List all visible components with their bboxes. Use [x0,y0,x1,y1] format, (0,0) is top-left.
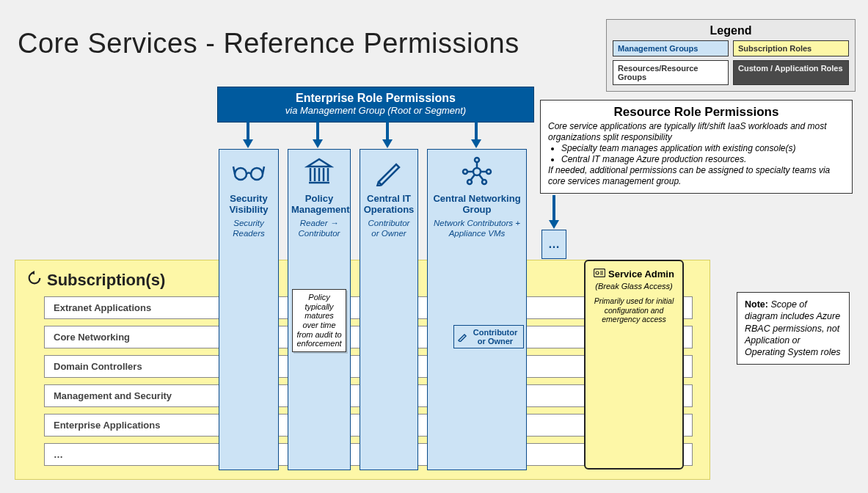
resource-role-bullet: Specialty team manages application with … [561,143,845,154]
subscription-row-label: … [54,449,63,460]
role-col-ellipsis: … [541,230,566,259]
service-admin-subtitle: (Break Glass Access) [590,282,678,291]
subscription-row-label: Extranet Applications [54,302,151,313]
page-title: Core Services - Reference Permissions [18,28,519,59]
svg-point-5 [463,169,467,174]
resource-role-box: Resource Role Permissions Core service a… [540,100,853,194]
svg-point-2 [473,168,481,175]
resource-role-bullet: Central IT manage Azure production resou… [561,154,845,165]
svg-point-9 [596,271,599,274]
role-col-subtitle: Network Contributors + Appliance VMs [428,216,526,239]
arrow-stem [247,122,249,139]
role-col-title: Security Visibility [219,194,278,216]
role-col-subtitle: Contributor or Owner [360,216,417,239]
refresh-icon [26,270,43,291]
arrow-down-icon [382,139,393,148]
service-admin-box: Service Admin (Break Glass Access) Prima… [584,260,684,470]
legend-item-custom-roles: Custom / Application Roles [733,60,849,85]
subscription-row-label: Management and Security [54,390,172,401]
enterprise-role-bar: Enterprise Role Permissions via Manageme… [217,87,534,123]
svg-point-0 [235,168,247,180]
role-col-subtitle: Reader → Contributor [288,216,350,239]
role-col-security: Security Visibility Security Readers [219,149,279,470]
resource-role-intro: Core service applications are typically … [548,121,845,143]
svg-point-4 [486,169,491,174]
subscription-row-label: Core Networking [54,332,130,343]
arrow-down-icon [313,139,323,148]
contributor-badge-text: Contributor or Owner [470,328,520,346]
legend-item-resources: Resources/Resource Groups [613,60,729,85]
network-icon [428,150,526,194]
subscription-row-label: Enterprise Applications [54,420,160,431]
building-icon [288,150,350,194]
arrow-stem [475,122,478,139]
subscription-row-label: Domain Controllers [54,361,142,372]
subscription-header: Subscription(s) [26,270,165,291]
arrow-down-icon [243,139,253,148]
contributor-badge: Contributor or Owner [453,325,524,348]
resource-role-title: Resource Role Permissions [548,105,845,120]
pencil-icon [360,150,417,194]
arrow-down-icon [471,139,481,148]
subscription-header-text: Subscription(s) [47,271,165,290]
policy-note-box: Policy typically matures over time from … [292,289,346,352]
arrow-stem [552,195,555,220]
role-col-title: Central Networking Group [428,194,526,216]
service-admin-title: Service Admin [608,269,674,280]
legend-box: Legend Management Groups Subscription Ro… [606,19,856,92]
side-note-label: Note: [745,299,768,310]
enterprise-role-title: Enterprise Role Permissions [225,92,526,105]
id-badge-icon [594,269,605,280]
resource-role-outro: If needed, additional permissions can be… [548,165,845,187]
role-col-title: Central IT Operations [360,194,417,216]
arrow-down-icon [549,220,559,229]
legend-item-mgmt-groups: Management Groups [613,40,729,56]
role-col-title: Policy Management [288,194,350,216]
role-col-it-ops: Central IT Operations Contributor or Own… [360,149,418,470]
svg-point-1 [251,168,263,180]
arrow-stem [386,122,389,139]
role-col-networking: Central Networking Group Network Contrib… [427,149,527,470]
legend-item-sub-roles: Subscription Roles [733,40,849,56]
svg-point-3 [475,158,479,162]
service-admin-body: Primarily used for initial configuration… [590,296,678,324]
glasses-icon [219,150,278,194]
legend-title: Legend [613,24,849,37]
pencil-icon [457,332,467,342]
role-col-subtitle: Security Readers [219,216,278,239]
enterprise-role-subtitle: via Management Group (Root or Segment) [225,105,526,116]
side-note-box: Note: Scope of diagram includes Azure RB… [737,292,850,365]
arrow-stem [316,122,319,139]
